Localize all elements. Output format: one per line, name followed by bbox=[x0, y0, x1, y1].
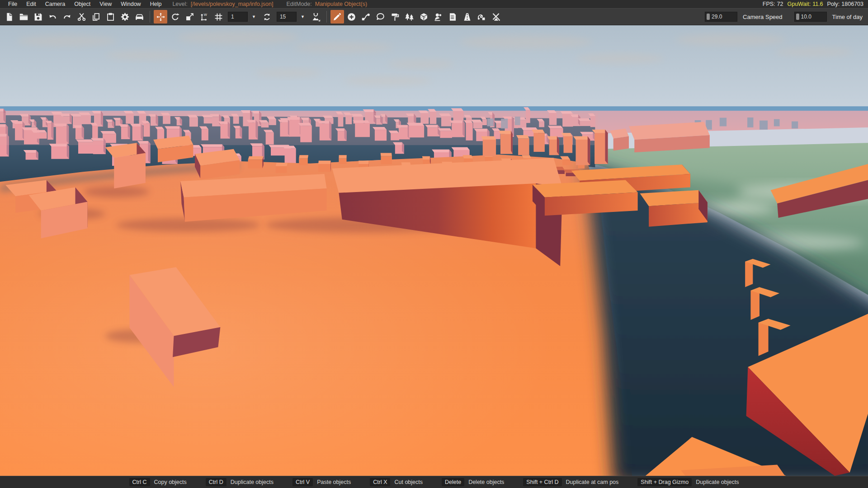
new-file-button[interactable] bbox=[2, 10, 16, 23]
vehicle-button[interactable] bbox=[132, 10, 146, 23]
vehicle-icon bbox=[135, 12, 144, 22]
time-of-day-drag-handle[interactable] bbox=[796, 14, 799, 20]
spline-road-icon bbox=[477, 12, 486, 22]
snap-move-field-dropdown[interactable]: ▼ bbox=[248, 14, 260, 19]
transform-icon: W bbox=[199, 12, 209, 22]
transform-button[interactable]: W bbox=[197, 10, 211, 23]
menu-items: FileEditCameraObjectViewWindowHelp bbox=[4, 1, 166, 7]
status-bar: Ctrl CCopy objectsCtrl DDuplicate object… bbox=[0, 476, 868, 488]
level-label: Level: bbox=[172, 1, 187, 7]
shortcut-hint: DeleteDelete objects bbox=[442, 478, 504, 486]
shortcut-keys: Ctrl V bbox=[292, 478, 313, 486]
fps-label: FPS: bbox=[763, 1, 775, 7]
toolbar-separator bbox=[150, 11, 150, 23]
snap-rotate-button[interactable] bbox=[260, 10, 274, 23]
camera-speed-label: Camera Speed bbox=[743, 14, 782, 20]
add-icon bbox=[347, 12, 356, 22]
settings-icon bbox=[120, 12, 130, 22]
menu-object[interactable]: Object bbox=[70, 1, 95, 7]
forest-icon bbox=[405, 12, 414, 22]
snap-grid-button[interactable] bbox=[212, 10, 225, 23]
undo-icon bbox=[48, 12, 57, 22]
spline-road-button[interactable] bbox=[475, 10, 489, 23]
duplicate-icon bbox=[91, 12, 101, 22]
open-folder-button[interactable] bbox=[17, 10, 30, 23]
paste-button[interactable] bbox=[104, 10, 117, 23]
shortcut-hint: Ctrl CCopy objects bbox=[129, 478, 187, 486]
paint-roller-button[interactable] bbox=[388, 10, 402, 23]
menu-help[interactable]: Help bbox=[146, 1, 166, 7]
shortcut-action: Cut objects bbox=[394, 479, 423, 485]
poly-label: Poly: bbox=[827, 1, 840, 7]
shortcut-hint: Ctrl XCut objects bbox=[370, 478, 423, 486]
river-icon bbox=[448, 12, 458, 22]
redo-icon bbox=[62, 12, 72, 22]
shortcut-keys: Ctrl X bbox=[370, 478, 390, 486]
spline-button[interactable] bbox=[359, 10, 373, 23]
road-icon bbox=[462, 12, 472, 22]
snap-rotate-field-dropdown[interactable]: ▼ bbox=[297, 14, 309, 19]
shortcut-keys: Delete bbox=[442, 478, 464, 486]
viewport-3d[interactable] bbox=[0, 25, 868, 476]
settings-button[interactable] bbox=[118, 10, 132, 23]
editmode-label: EditMode: bbox=[286, 1, 311, 7]
menu-file[interactable]: File bbox=[4, 1, 22, 7]
scene-canvas bbox=[0, 25, 868, 476]
snap-rotate-field-value: 15 bbox=[280, 14, 286, 20]
save-icon bbox=[33, 12, 43, 22]
menu-view[interactable]: View bbox=[95, 1, 116, 7]
draw-icon bbox=[332, 12, 342, 22]
spline-icon bbox=[361, 12, 371, 22]
mesh-button[interactable] bbox=[417, 10, 431, 23]
forest-button[interactable] bbox=[403, 10, 416, 23]
duplicate-button[interactable] bbox=[89, 10, 103, 23]
svg-text:W: W bbox=[203, 13, 207, 17]
draw-button[interactable] bbox=[330, 10, 344, 23]
demolish-button[interactable] bbox=[490, 10, 503, 23]
paint-roller-icon bbox=[390, 12, 400, 22]
shortcut-action: Duplicate objects bbox=[696, 479, 739, 485]
scale-icon bbox=[185, 12, 194, 22]
shortcut-hint: Shift + Ctrl DDuplicate at cam pos bbox=[523, 478, 618, 486]
toolbar: W1▼15▼ 29.0 Camera Speed 10.0 Time of da… bbox=[0, 8, 868, 25]
shortcut-keys: Ctrl D bbox=[206, 478, 226, 486]
menu-camera[interactable]: Camera bbox=[41, 1, 70, 7]
snap-move-field-value: 1 bbox=[231, 14, 234, 20]
undo-button[interactable] bbox=[46, 10, 59, 23]
save-button[interactable] bbox=[31, 10, 45, 23]
river-button[interactable] bbox=[446, 10, 460, 23]
cut-button[interactable] bbox=[75, 10, 88, 23]
redo-button[interactable] bbox=[60, 10, 74, 23]
gpuwait-value: 11.6 bbox=[812, 1, 823, 7]
rotate-button[interactable] bbox=[168, 10, 182, 23]
camera-speed-input[interactable]: 29.0 bbox=[705, 12, 737, 22]
move-icon bbox=[156, 12, 165, 22]
mesh-icon bbox=[419, 12, 429, 22]
move-button[interactable] bbox=[154, 10, 167, 23]
menu-bar: FileEditCameraObjectViewWindowHelp Level… bbox=[0, 0, 868, 8]
menu-edit[interactable]: Edit bbox=[22, 1, 41, 7]
snap-move-field[interactable]: 1 bbox=[228, 12, 248, 22]
lasso-button[interactable] bbox=[374, 10, 387, 23]
scale-button[interactable] bbox=[183, 10, 196, 23]
camera-speed-drag-handle[interactable] bbox=[707, 14, 710, 20]
menu-window[interactable]: Window bbox=[116, 1, 145, 7]
shortcut-action: Delete objects bbox=[468, 479, 504, 485]
snap-rotate-icon bbox=[262, 12, 272, 22]
snap-rotate-field[interactable]: 15 bbox=[277, 12, 297, 22]
decal-icon bbox=[434, 12, 443, 22]
toolbar-tools: W1▼15▼ bbox=[2, 10, 504, 23]
lasso-icon bbox=[376, 12, 385, 22]
add-button[interactable] bbox=[345, 10, 359, 23]
paste-icon bbox=[106, 12, 115, 22]
road-button[interactable] bbox=[461, 10, 474, 23]
snap-grid-icon bbox=[214, 12, 223, 22]
gpuwait-label: GpuWait: bbox=[787, 1, 811, 7]
time-of-day-value: 10.0 bbox=[801, 14, 811, 20]
time-of-day-input[interactable]: 10.0 bbox=[794, 12, 827, 22]
decal-button[interactable] bbox=[432, 10, 445, 23]
new-file-icon bbox=[5, 12, 14, 22]
cut-icon bbox=[77, 12, 86, 22]
snap-terrain-button[interactable] bbox=[309, 10, 323, 23]
open-folder-icon bbox=[19, 12, 28, 22]
